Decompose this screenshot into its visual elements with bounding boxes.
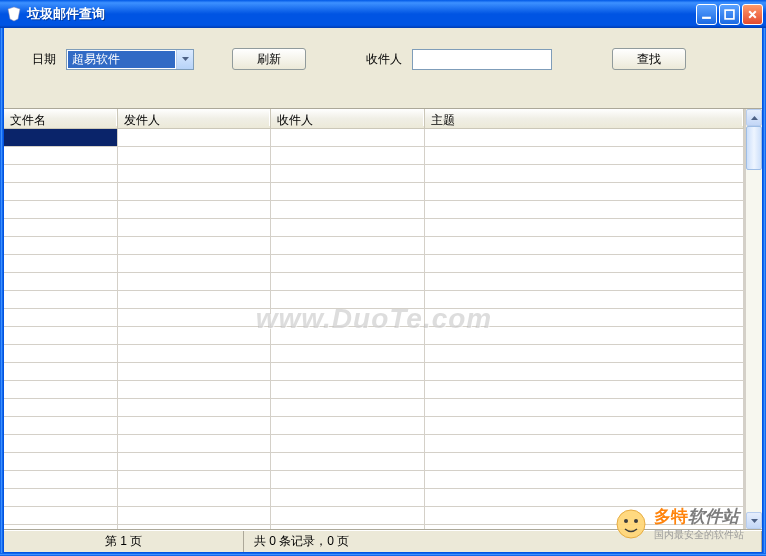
table-area: 文件名 发件人 收件人 主题 (4, 108, 762, 530)
table-row[interactable] (4, 489, 744, 507)
table-row[interactable] (4, 435, 744, 453)
grid-header: 文件名 发件人 收件人 主题 (4, 109, 744, 129)
table-row[interactable] (4, 345, 744, 363)
table-row[interactable] (4, 147, 744, 165)
chevron-down-icon (176, 50, 193, 69)
table-cell[interactable] (118, 129, 271, 146)
table-cell[interactable] (425, 129, 744, 146)
table-row[interactable] (4, 327, 744, 345)
table-row[interactable] (4, 219, 744, 237)
scroll-track[interactable] (746, 126, 762, 512)
search-button[interactable]: 查找 (612, 48, 686, 70)
data-grid[interactable]: 文件名 发件人 收件人 主题 (4, 109, 745, 529)
title-bar: 垃圾邮件查询 (0, 0, 766, 28)
table-row[interactable] (4, 165, 744, 183)
client-area: 日期 超易软件 刷新 收件人 查找 文件名 发件人 收件人 主题 (3, 28, 763, 553)
grid-body (4, 129, 744, 529)
status-bar: 第 1 页 共 0 条记录，0 页 (4, 530, 762, 552)
table-row[interactable] (4, 255, 744, 273)
status-page: 第 1 页 (4, 531, 244, 552)
date-combobox[interactable]: 超易软件 (66, 49, 194, 70)
table-row[interactable] (4, 273, 744, 291)
refresh-button[interactable]: 刷新 (232, 48, 306, 70)
table-row[interactable] (4, 417, 744, 435)
svg-rect-0 (702, 16, 711, 18)
date-label: 日期 (32, 51, 56, 68)
column-header-filename[interactable]: 文件名 (4, 109, 118, 128)
window-title: 垃圾邮件查询 (27, 5, 696, 23)
table-row[interactable] (4, 363, 744, 381)
scroll-down-button[interactable] (746, 512, 762, 529)
selected-cell[interactable] (4, 129, 118, 146)
table-row[interactable] (4, 309, 744, 327)
status-count: 共 0 条记录，0 页 (244, 531, 762, 552)
column-header-sender[interactable]: 发件人 (118, 109, 271, 128)
filter-bar: 日期 超易软件 刷新 收件人 查找 (4, 28, 762, 86)
window-controls (696, 4, 763, 25)
table-row[interactable] (4, 183, 744, 201)
table-row[interactable] (4, 381, 744, 399)
column-header-subject[interactable]: 主题 (425, 109, 744, 128)
table-cell[interactable] (271, 129, 425, 146)
table-row[interactable] (4, 291, 744, 309)
table-row[interactable] (4, 525, 744, 529)
table-row[interactable] (4, 129, 744, 147)
date-combobox-value: 超易软件 (68, 51, 175, 68)
table-row[interactable] (4, 507, 744, 525)
scroll-thumb[interactable] (746, 126, 762, 170)
vertical-scrollbar[interactable] (745, 109, 762, 529)
svg-rect-1 (725, 10, 734, 19)
maximize-button[interactable] (719, 4, 740, 25)
table-row[interactable] (4, 237, 744, 255)
recipient-label: 收件人 (366, 51, 402, 68)
app-icon (6, 6, 22, 22)
close-button[interactable] (742, 4, 763, 25)
table-row[interactable] (4, 201, 744, 219)
scroll-up-button[interactable] (746, 109, 762, 126)
recipient-input[interactable] (412, 49, 552, 70)
table-row[interactable] (4, 471, 744, 489)
table-row[interactable] (4, 399, 744, 417)
table-row[interactable] (4, 453, 744, 471)
column-header-recipient[interactable]: 收件人 (271, 109, 425, 128)
minimize-button[interactable] (696, 4, 717, 25)
